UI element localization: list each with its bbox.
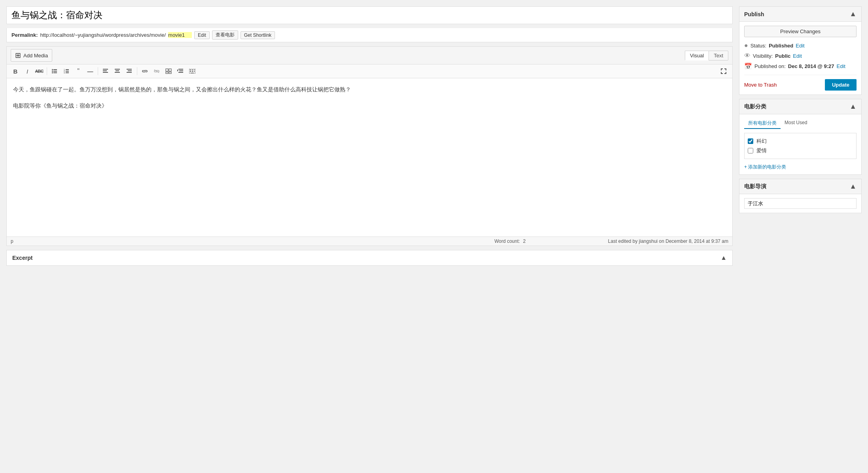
category-panel-toggle-icon[interactable]: ▲ <box>849 102 857 111</box>
italic-button[interactable]: I <box>22 66 33 76</box>
published-edit-link[interactable]: Edit <box>837 63 845 69</box>
category-panel-body: 所有电影分类 Most Used 科幻 爱情 + 添加新的电影分类 <box>739 114 861 174</box>
visibility-row: 👁 Visibility: Public Edit <box>744 52 857 59</box>
tab-all-categories[interactable]: 所有电影分类 <box>744 118 781 129</box>
svg-rect-25 <box>169 72 171 74</box>
content-paragraph-2: 电影院等你《鱼与锅之战：宿命对决》 <box>13 101 726 111</box>
director-panel-title: 电影导演 <box>744 183 766 190</box>
editor-box: ⊞ Add Media Visual Text B I ABC 1.2.3. <box>6 46 733 246</box>
svg-rect-23 <box>169 69 171 71</box>
view-tabs: Visual Text <box>685 51 728 61</box>
published-label: Published on: <box>754 63 786 69</box>
align-right-button[interactable] <box>124 66 135 76</box>
category-list: 科幻 爱情 <box>744 133 857 159</box>
svg-rect-37 <box>191 73 194 73</box>
excerpt-box: Excerpt ▲ <box>6 250 733 266</box>
visibility-value: Public <box>775 53 790 59</box>
indent-button[interactable] <box>175 66 186 76</box>
add-media-label: Add Media <box>23 53 48 59</box>
last-edited: Last edited by jiangshui on December 8, … <box>608 238 728 244</box>
word-count-value: 2 <box>523 238 526 244</box>
view-movie-button[interactable]: 查看电影 <box>212 30 238 40</box>
category-panel: 电影分类 ▲ 所有电影分类 Most Used 科幻 爱情 <box>739 99 862 175</box>
unlink-button[interactable] <box>151 66 162 76</box>
director-panel: 电影导演 ▲ <box>739 179 862 213</box>
expand-button[interactable] <box>718 66 729 76</box>
get-shortlink-button[interactable]: Get Shortlink <box>241 31 275 39</box>
visibility-label: Visibility: <box>753 53 773 59</box>
svg-rect-14 <box>103 72 108 73</box>
ordered-list-button[interactable]: 1.2.3. <box>61 66 72 76</box>
link-button[interactable] <box>139 66 150 76</box>
svg-rect-7 <box>66 69 69 70</box>
svg-rect-13 <box>103 70 107 71</box>
svg-text:3.: 3. <box>64 72 65 74</box>
status-row: ● Status: Published Edit <box>744 42 857 49</box>
excerpt-header[interactable]: Excerpt ▲ <box>7 250 732 265</box>
post-title-input[interactable] <box>11 10 728 21</box>
svg-rect-27 <box>179 70 183 71</box>
bold-button[interactable]: B <box>10 66 21 76</box>
svg-rect-11 <box>66 72 69 73</box>
tab-most-used[interactable]: Most Used <box>781 118 811 129</box>
svg-rect-16 <box>116 70 119 71</box>
category-panel-header: 电影分类 ▲ <box>739 99 861 114</box>
toolbar-separator-2 <box>98 67 98 75</box>
category-checkbox-romance[interactable] <box>748 148 753 153</box>
svg-rect-24 <box>166 72 168 74</box>
svg-rect-36 <box>194 71 195 72</box>
blockquote-button[interactable]: " <box>73 66 84 76</box>
hr-button[interactable]: — <box>85 66 96 76</box>
svg-rect-32 <box>192 70 193 70</box>
editor-content-area[interactable]: 今天，鱼跟锅碰在了一起。鱼万万没想到，锅居然是热的，那鱼与锅之间，又会擦出什么样… <box>7 78 732 236</box>
text-tab[interactable]: Text <box>709 51 728 61</box>
svg-rect-35 <box>192 71 193 72</box>
published-row: 📅 Published on: Dec 8, 2014 @ 9:27 Edit <box>744 62 857 70</box>
format-toolbar: B I ABC 1.2.3. " — <box>7 64 732 78</box>
category-item-scifi: 科幻 <box>748 136 853 146</box>
svg-rect-18 <box>127 69 132 70</box>
svg-rect-19 <box>128 70 132 71</box>
svg-point-4 <box>52 72 53 74</box>
status-label: Status: <box>750 43 766 49</box>
svg-rect-9 <box>66 71 69 72</box>
path-tag: p <box>11 238 13 244</box>
media-icon: ⊞ <box>15 51 21 60</box>
category-item-romance: 爱情 <box>748 146 853 155</box>
permalink-base-url: http://localhost/~yujiangshui/wordpress/… <box>40 32 166 38</box>
publish-panel-title: Publish <box>744 11 764 17</box>
add-category-link[interactable]: + 添加新的电影分类 <box>744 164 786 170</box>
status-edit-link[interactable]: Edit <box>796 43 804 49</box>
insert-button[interactable] <box>163 66 174 76</box>
add-media-button[interactable]: ⊞ Add Media <box>11 49 52 62</box>
preview-changes-button[interactable]: Preview Changes <box>744 26 857 37</box>
visibility-icon: 👁 <box>744 52 750 59</box>
permalink-edit-button[interactable]: Edit <box>194 31 210 39</box>
align-left-button[interactable] <box>100 66 111 76</box>
director-panel-body <box>739 194 861 213</box>
published-value: Dec 8, 2014 @ 9:27 <box>788 63 834 69</box>
keyboard-button[interactable] <box>187 66 198 76</box>
svg-rect-3 <box>53 71 57 72</box>
visibility-edit-link[interactable]: Edit <box>793 53 802 59</box>
visual-tab[interactable]: Visual <box>685 51 709 61</box>
publish-panel-toggle-icon[interactable]: ▲ <box>849 10 857 18</box>
permalink-label: Permalink: <box>11 32 38 38</box>
update-button[interactable]: Update <box>825 79 857 91</box>
published-icon: 📅 <box>744 62 752 70</box>
bullet-list-button[interactable] <box>49 66 60 76</box>
director-panel-toggle-icon[interactable]: ▲ <box>849 182 857 191</box>
permalink-slug-input[interactable] <box>168 32 192 38</box>
svg-rect-5 <box>53 72 57 73</box>
move-to-trash-link[interactable]: Move to Trash <box>744 82 777 88</box>
word-count-label: Word count: <box>495 238 520 244</box>
strikethrough-button[interactable]: ABC <box>34 66 45 76</box>
permalink-bar: Permalink: http://localhost/~yujiangshui… <box>6 28 733 42</box>
category-checkbox-scifi[interactable] <box>748 138 753 144</box>
svg-rect-12 <box>103 69 108 70</box>
align-center-button[interactable] <box>112 66 123 76</box>
director-input[interactable] <box>744 198 857 209</box>
svg-rect-1 <box>53 69 57 70</box>
svg-rect-17 <box>115 72 120 73</box>
category-tabs: 所有电影分类 Most Used <box>744 118 857 129</box>
